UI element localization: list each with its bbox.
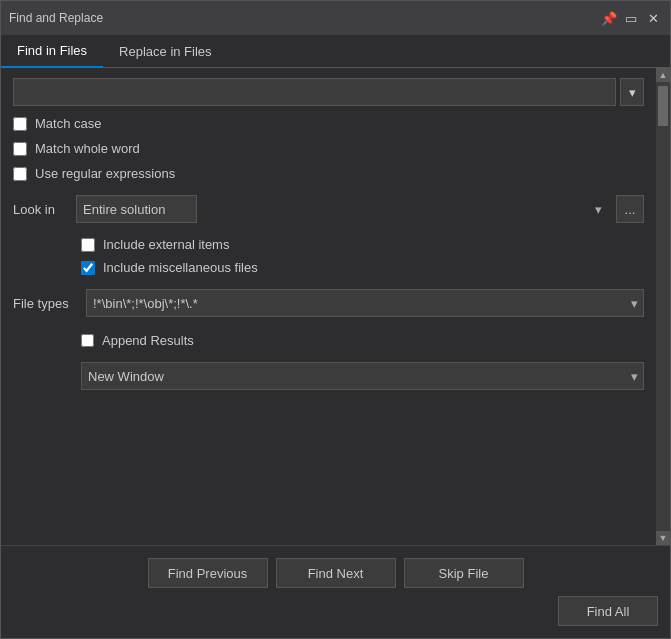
restore-icon: ▭: [625, 11, 637, 26]
title-bar-controls: 📌 ▭ ✕: [600, 9, 662, 27]
match-case-checkbox[interactable]: [13, 117, 27, 131]
secondary-button-row: Find All: [13, 596, 658, 626]
pin-icon: 📌: [601, 11, 617, 26]
title-bar: Find and Replace 📌 ▭ ✕: [1, 1, 670, 35]
search-input[interactable]: [13, 78, 616, 106]
include-external-label[interactable]: Include external items: [103, 237, 229, 252]
output-select-wrapper: New Window Results Window 1 Results Wind…: [81, 362, 644, 390]
find-all-button[interactable]: Find All: [558, 596, 658, 626]
chevron-down-icon: ▾: [629, 85, 636, 100]
browse-button[interactable]: ...: [616, 195, 644, 223]
use-regex-label[interactable]: Use regular expressions: [35, 166, 175, 181]
use-regex-row: Use regular expressions: [13, 166, 644, 181]
output-select[interactable]: New Window Results Window 1 Results Wind…: [81, 362, 644, 390]
output-select-row: New Window Results Window 1 Results Wind…: [13, 362, 644, 390]
tab-replace-in-files[interactable]: Replace in Files: [103, 35, 228, 67]
file-types-label: File types: [13, 296, 78, 311]
scroll-down-arrow[interactable]: ▼: [656, 531, 670, 545]
match-case-row: Match case: [13, 116, 644, 131]
find-next-button[interactable]: Find Next: [276, 558, 396, 588]
tab-find-in-files[interactable]: Find in Files: [1, 35, 103, 68]
look-in-label: Look in: [13, 202, 68, 217]
use-regex-checkbox[interactable]: [13, 167, 27, 181]
file-types-row: File types: [13, 289, 644, 317]
window-title: Find and Replace: [9, 11, 103, 25]
include-external-checkbox[interactable]: [81, 238, 95, 252]
look-in-select-wrapper: Entire solution Current Project Current …: [76, 195, 608, 223]
skip-file-button[interactable]: Skip File: [404, 558, 524, 588]
file-types-input[interactable]: [86, 289, 644, 317]
file-types-input-wrapper: [86, 289, 644, 317]
look-in-row: Look in Entire solution Current Project …: [13, 195, 644, 223]
scrollbar[interactable]: ▲ ▼: [656, 68, 670, 545]
search-dropdown-button[interactable]: ▾: [620, 78, 644, 106]
tab-bar: Find in Files Replace in Files: [1, 35, 670, 68]
scroll-up-arrow[interactable]: ▲: [656, 68, 670, 82]
close-button[interactable]: ✕: [644, 9, 662, 27]
match-whole-word-label[interactable]: Match whole word: [35, 141, 140, 156]
primary-button-row: Find Previous Find Next Skip File: [13, 558, 658, 588]
match-whole-word-row: Match whole word: [13, 141, 644, 156]
scroll-thumb[interactable]: [658, 86, 668, 126]
include-external-row: Include external items: [81, 237, 644, 252]
restore-button[interactable]: ▭: [622, 9, 640, 27]
content-area: ▾ Match case Match whole word Use regula…: [1, 68, 656, 545]
append-results-label[interactable]: Append Results: [102, 333, 194, 348]
scroll-track[interactable]: [656, 82, 670, 531]
search-row: ▾: [13, 78, 644, 106]
include-misc-checkbox[interactable]: [81, 261, 95, 275]
include-misc-label[interactable]: Include miscellaneous files: [103, 260, 258, 275]
main-area: ▾ Match case Match whole word Use regula…: [1, 68, 670, 545]
pin-button[interactable]: 📌: [600, 9, 618, 27]
include-misc-row: Include miscellaneous files: [81, 260, 644, 275]
append-results-checkbox[interactable]: [81, 334, 94, 347]
button-area: Find Previous Find Next Skip File Find A…: [1, 545, 670, 638]
find-replace-window: Find and Replace 📌 ▭ ✕ Find in Files Rep…: [0, 0, 671, 639]
find-previous-button[interactable]: Find Previous: [148, 558, 268, 588]
look-in-select[interactable]: Entire solution Current Project Current …: [76, 195, 197, 223]
close-icon: ✕: [648, 11, 659, 26]
match-case-label[interactable]: Match case: [35, 116, 101, 131]
include-options: Include external items Include miscellan…: [13, 235, 644, 275]
match-whole-word-checkbox[interactable]: [13, 142, 27, 156]
append-results-row: Append Results: [13, 333, 644, 348]
